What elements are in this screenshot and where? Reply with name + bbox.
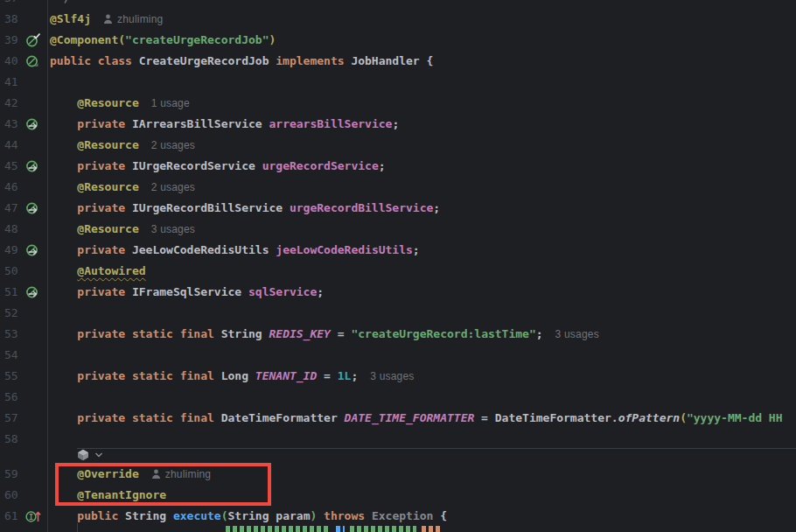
code-line-48: 48 @Resource3 usages	[0, 219, 796, 240]
code-text-48[interactable]: @Resource3 usages	[50, 219, 195, 240]
gutter-autowired-line-45[interactable]	[24, 158, 42, 174]
token: DATE_TIME_FORMATTER	[345, 411, 475, 424]
code-line-44: 44 @Resource2 usages	[0, 135, 796, 156]
token: DateTimeFormatter	[221, 411, 345, 424]
code-text-53[interactable]: private static final String REDIS_KEY = …	[50, 324, 599, 345]
code-text-57[interactable]: private static final DateTimeFormatter D…	[50, 408, 783, 429]
line-number-58[interactable]: 58	[4, 429, 27, 450]
line-number-44[interactable]: 44	[4, 135, 27, 156]
gutter-autowired-line-49[interactable]	[24, 242, 42, 258]
spring-bean-check-icon[interactable]	[24, 32, 42, 48]
line-number-50[interactable]: 50	[4, 261, 27, 282]
autowired-bean-icon[interactable]	[24, 284, 42, 300]
line-number-54[interactable]: 54	[4, 345, 27, 366]
usages-hint-line-42[interactable]: 1 usage	[151, 97, 190, 109]
token: Long	[221, 369, 255, 382]
line-number-52[interactable]: 52	[4, 303, 27, 324]
line-number-53[interactable]: 53	[4, 324, 27, 345]
code-text-40[interactable]: public class CreateUrgeRecordJob impleme…	[50, 51, 433, 72]
token: ;	[351, 369, 358, 382]
code-text-46[interactable]: @Resource2 usages	[50, 177, 195, 198]
line-number-59[interactable]: 59	[4, 464, 27, 485]
autowired-bean-icon[interactable]	[24, 158, 42, 174]
code-text-55[interactable]: private static final Long TENANT_ID = 1L…	[50, 366, 415, 387]
token: String	[228, 509, 276, 522]
code-line-57: 57 private static final DateTimeFormatte…	[0, 408, 796, 429]
autowired-bean-icon[interactable]	[24, 242, 42, 258]
line-number-38[interactable]: 38	[4, 9, 27, 30]
token: ;	[433, 201, 440, 214]
code-text-37[interactable]: */	[50, 0, 70, 9]
token: private static final	[77, 411, 220, 424]
code-line-42: 42 @Resource1 usage	[0, 93, 796, 114]
token: =	[317, 369, 337, 382]
line-number-37[interactable]: 37	[4, 0, 27, 9]
line-number-55[interactable]: 55	[4, 366, 27, 387]
gutter-autowired-line-43[interactable]	[24, 116, 42, 132]
implements-method-icon[interactable]: I	[24, 508, 42, 524]
line-number-41[interactable]: 41	[4, 72, 27, 93]
code-line-54: 54	[0, 345, 796, 366]
token: private	[77, 201, 132, 214]
token: )	[269, 33, 276, 46]
line-number-48[interactable]: 48	[4, 219, 27, 240]
token: IArrearsBillService	[132, 117, 269, 130]
ai-inline-actions[interactable]	[77, 449, 103, 461]
token	[50, 159, 77, 172]
token: "createUrgeRecordJob"	[125, 33, 269, 46]
token: private static final	[77, 369, 220, 382]
token: 1L	[338, 369, 352, 382]
token: */	[50, 0, 70, 4]
author-name: zhuliming	[117, 13, 164, 25]
gutter-implements-line-61[interactable]: I	[24, 508, 42, 524]
clipped-glyphs-2	[350, 526, 416, 532]
token: private	[77, 159, 132, 172]
line-number-46[interactable]: 46	[4, 177, 27, 198]
gutter-autowired-line-47[interactable]	[24, 200, 42, 216]
gutter-bean-line-40[interactable]	[24, 53, 42, 69]
autowired-bean-icon[interactable]	[24, 116, 42, 132]
token: "createUrgeRecord:lastTime"	[351, 327, 535, 340]
code-text-50[interactable]: @Autowired	[50, 261, 146, 282]
code-text-38[interactable]: @Slf4j zhuliming	[50, 9, 163, 30]
token	[50, 117, 77, 130]
autowired-bean-icon[interactable]	[24, 200, 42, 216]
gutter-bean-check-line-39[interactable]	[24, 32, 42, 48]
code-text-51[interactable]: private IFrameSqlService sqlService;	[50, 282, 324, 303]
token: private	[77, 117, 132, 130]
code-text-47[interactable]: private IUrgeRecordBillService urgeRecor…	[50, 198, 440, 219]
usages-hint-line-53[interactable]: 3 usages	[555, 328, 599, 340]
token: String	[221, 327, 269, 340]
method-separator-line	[77, 448, 796, 449]
token	[50, 369, 77, 382]
token: IFrameSqlService	[132, 285, 248, 298]
code-text-44[interactable]: @Resource2 usages	[50, 135, 195, 156]
line-number-62[interactable]: 62	[4, 527, 27, 532]
code-text-43[interactable]: private IArrearsBillService arrearsBillS…	[50, 114, 399, 135]
token	[50, 264, 77, 277]
code-text-45[interactable]: private IUrgeRecordService urgeRecordSer…	[50, 156, 386, 177]
code-line-37: 37 */	[0, 0, 796, 9]
token: private static final	[77, 327, 220, 340]
code-author-hint-line-38[interactable]: zhuliming	[103, 13, 164, 25]
token: @Resource	[50, 138, 139, 151]
usages-hint-line-46[interactable]: 2 usages	[151, 181, 195, 193]
usages-hint-line-55[interactable]: 3 usages	[370, 370, 414, 382]
code-text-42[interactable]: @Resource1 usage	[50, 93, 190, 114]
usages-hint-line-48[interactable]: 3 usages	[151, 223, 195, 235]
line-number-42[interactable]: 42	[4, 93, 27, 114]
line-number-60[interactable]: 60	[4, 485, 27, 506]
code-area[interactable]: 37 */38@Slf4j zhuliming39 @Component("cr…	[0, 0, 796, 532]
code-text-49[interactable]: private JeeLowCodeRedisUtils jeeLowCodeR…	[50, 240, 420, 261]
code-text-39[interactable]: @Component("createUrgeRecordJob")	[50, 30, 276, 51]
line-number-56[interactable]: 56	[4, 387, 27, 408]
code-text-61[interactable]: public String execute(String param) thro…	[50, 506, 447, 527]
gutter-autowired-line-51[interactable]	[24, 284, 42, 300]
spring-bean-icon[interactable]	[24, 53, 42, 69]
usages-hint-line-44[interactable]: 2 usages	[151, 139, 195, 151]
token: throws	[317, 509, 372, 522]
chevron-down-icon[interactable]	[94, 452, 103, 458]
ai-assistant-icon[interactable]	[77, 449, 89, 461]
line-number-57[interactable]: 57	[4, 408, 27, 429]
token: urgeRecordBillService	[290, 201, 433, 214]
